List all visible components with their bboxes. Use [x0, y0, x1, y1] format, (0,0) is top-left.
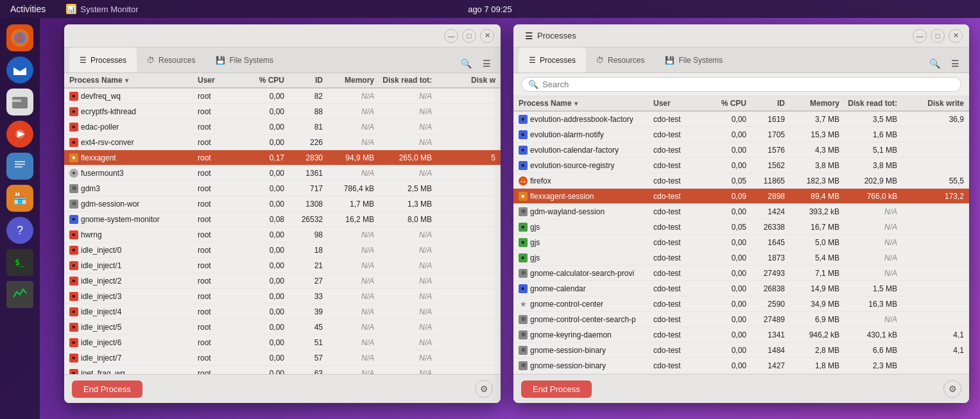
process-name: ■ evolution-alarm-notify: [519, 130, 653, 139]
settings-button-1[interactable]: ⚙: [475, 380, 493, 398]
table-row[interactable]: ⚙ gnome-keyring-daemon cdo-test 0,00 134…: [513, 327, 969, 343]
process-name: ⚙ gnome-control-center-search-p: [519, 315, 653, 324]
proc-icon-green: ■: [519, 238, 528, 247]
process-disk1: N/A: [839, 238, 897, 247]
activities-button[interactable]: Activities: [0, 4, 56, 14]
process-cpu: 0,00: [705, 300, 746, 309]
table-row[interactable]: ⚙ gdm3 root 0,00 717 786,4 kB 2,5 MB: [64, 181, 501, 196]
end-process-button-1[interactable]: End Process: [72, 381, 142, 398]
table-row[interactable]: ■ idle_inject/7 root 0,00 57 N/A N/A: [64, 350, 501, 366]
tab-resources-2[interactable]: ⏱ Resources: [586, 47, 655, 73]
table-row[interactable]: ⚙ gnome-session-binary cdo-test 0,00 148…: [513, 343, 969, 358]
process-user: cdo-test: [653, 269, 705, 278]
table-row[interactable]: ■ idle_inject/3 root 0,00 33 N/A N/A: [64, 289, 501, 304]
process-mem: N/A: [323, 92, 374, 101]
table-row[interactable]: ■ gjs cdo-test 0,00 1873 5,4 MB N/A: [513, 250, 969, 266]
tab-processes-1[interactable]: ☰ Processes: [69, 47, 137, 73]
search-input[interactable]: [542, 80, 954, 89]
col-name-header-1[interactable]: Process Name ▼: [69, 76, 198, 85]
terminal-dock-icon[interactable]: $_: [6, 249, 33, 276]
table-row[interactable]: ⚙ gdm-session-wor root 0,00 1308 1,7 MB …: [64, 196, 501, 212]
thunderbird-dock-icon[interactable]: [6, 56, 33, 83]
end-process-button-2[interactable]: End Process: [521, 381, 592, 398]
table-row[interactable]: ■ idle_inject/6 root 0,00 51 N/A N/A: [64, 335, 501, 350]
table-row[interactable]: ■ gjs cdo-test 0,00 1645 5,0 MB N/A: [513, 235, 969, 250]
table-row[interactable]: ■ idle_inject/1 root 0,00 21 N/A N/A: [64, 258, 501, 273]
table-row[interactable]: ■ devfreq_wq root 0,00 82 N/A N/A: [64, 89, 501, 104]
software-dock-icon[interactable]: 🏪: [6, 185, 33, 212]
window-1-titlebar: — □ ✕: [64, 24, 501, 47]
table-row[interactable]: ■ evolution-alarm-notify cdo-test 0,00 1…: [513, 127, 969, 142]
process-mem: 3,7 MB: [785, 115, 839, 124]
process-cpu: 0,00: [705, 284, 746, 293]
table-row[interactable]: ■ gnome-calendar cdo-test 0,00 26838 14,…: [513, 281, 969, 296]
sort-arrow-1: ▼: [124, 77, 130, 84]
firefox-dock-icon[interactable]: [6, 24, 33, 51]
table-row[interactable]: ■ ecryptfs-kthread root 0,00 88 N/A N/A: [64, 104, 501, 119]
tab-resources-1[interactable]: ⏱ Resources: [137, 47, 205, 73]
table-row[interactable]: ■ idle_inject/4 root 0,00 39 N/A N/A: [64, 304, 501, 320]
process-user: root: [198, 323, 243, 332]
search-button-1[interactable]: 🔍: [457, 55, 475, 73]
table-row[interactable]: ■ hwrng root 0,00 98 N/A N/A: [64, 227, 501, 243]
dock: 🏪 ? $_: [0, 18, 40, 419]
process-disk1: 766,0 kB: [839, 192, 897, 201]
close-button-2[interactable]: ✕: [949, 29, 963, 43]
tab-processes-2[interactable]: ☰ Processes: [519, 47, 586, 73]
monitor-dock-icon[interactable]: [6, 281, 33, 308]
table-row[interactable]: ■ evolution-addressbook-factory cdo-test…: [513, 112, 969, 127]
process-user: cdo-test: [653, 223, 705, 232]
window-2-titlebar: ☰ Processes — □ ✕: [513, 24, 969, 47]
minimize-button-2[interactable]: —: [913, 29, 927, 43]
process-disk1: N/A: [839, 315, 897, 324]
tab-filesystems-icon-1: 💾: [216, 56, 225, 65]
table-row[interactable]: ⚙ gnome-control-center-search-p cdo-test…: [513, 312, 969, 327]
writer-dock-icon[interactable]: [6, 153, 33, 180]
table-row[interactable]: ⚙ gdm-wayland-session cdo-test 0,00 1424…: [513, 204, 969, 219]
col-name-header-2[interactable]: Process Name ▼: [519, 99, 653, 108]
process-mem: N/A: [323, 138, 374, 147]
table-row[interactable]: ■ inet_frag_wq root 0,00 63 N/A N/A: [64, 366, 501, 374]
process-id: 45: [284, 323, 323, 332]
process-name: ■ flexxagent-session: [519, 192, 653, 201]
tab-filesystems-1[interactable]: 💾 File Systems: [205, 47, 284, 73]
table-row[interactable]: ■ idle_inject/0 root 0,00 18 N/A N/A: [64, 243, 501, 258]
tab-filesystems-2[interactable]: 💾 File Systems: [655, 47, 733, 73]
close-button-1[interactable]: ✕: [480, 29, 494, 43]
proc-icon-gear: ⚙: [69, 184, 78, 193]
table-row[interactable]: ■ idle_inject/5 root 0,00 45 N/A N/A: [64, 320, 501, 335]
minimize-button-1[interactable]: —: [444, 29, 458, 43]
process-id: 2898: [746, 192, 785, 201]
files-dock-icon[interactable]: [6, 89, 33, 115]
menu-button-2[interactable]: ☰: [946, 55, 964, 73]
table-row[interactable]: 🦊 firefox cdo-test 0,05 11865 182,3 MB 2…: [513, 173, 969, 189]
table-row[interactable]: ⚙ gnome-session-binary cdo-test 0,00 142…: [513, 358, 969, 373]
table-row[interactable]: ■ gjs cdo-test 0,05 26338 16,7 MB N/A: [513, 219, 969, 235]
menu-button-1[interactable]: ☰: [477, 55, 495, 73]
proc-icon-orange: ■: [69, 153, 78, 162]
table-row[interactable]: ■ flexxagent-session cdo-test 0,09 2898 …: [513, 189, 969, 204]
table-row[interactable]: ■ edac-poller root 0,00 81 N/A N/A: [64, 119, 501, 135]
settings-button-2[interactable]: ⚙: [943, 380, 961, 398]
table-row[interactable]: ● fusermount3 root 0,00 1361 N/A N/A: [64, 166, 501, 181]
help-dock-icon[interactable]: ?: [6, 217, 33, 244]
process-disk1: 3,5 MB: [839, 115, 897, 124]
table-row[interactable]: ■ gnome-system-monitor root 0,08 26532 1…: [64, 212, 501, 227]
process-mem: 1,7 MB: [323, 200, 374, 209]
table-row[interactable]: ■ ext4-rsv-conver root 0,00 226 N/A N/A: [64, 135, 501, 150]
tab-filesystems-label-2: File Systems: [678, 56, 723, 65]
rhythmbox-dock-icon[interactable]: [6, 121, 33, 148]
process-id: 33: [284, 292, 323, 301]
table-row[interactable]: ■ idle_inject/2 root 0,00 27 N/A N/A: [64, 273, 501, 289]
process-mem: 15,3 MB: [785, 130, 839, 139]
maximize-button-2[interactable]: □: [931, 29, 945, 43]
search-button-2[interactable]: 🔍: [925, 55, 943, 73]
table-row[interactable]: ■ evolution-calendar-factory cdo-test 0,…: [513, 142, 969, 158]
table-row[interactable]: ■ evolution-source-registry cdo-test 0,0…: [513, 158, 969, 173]
table-row[interactable]: ⚙ gnome-calculator-search-provi cdo-test…: [513, 266, 969, 281]
process-disk1: 430,1 kB: [839, 330, 897, 339]
maximize-button-1[interactable]: □: [462, 29, 476, 43]
table-row[interactable]: ■ flexxagent root 0,17 2830 94,9 MB 265,…: [64, 150, 501, 166]
table-row[interactable]: ★ gnome-control-center cdo-test 0,00 259…: [513, 296, 969, 312]
process-disk1: N/A: [374, 169, 432, 178]
